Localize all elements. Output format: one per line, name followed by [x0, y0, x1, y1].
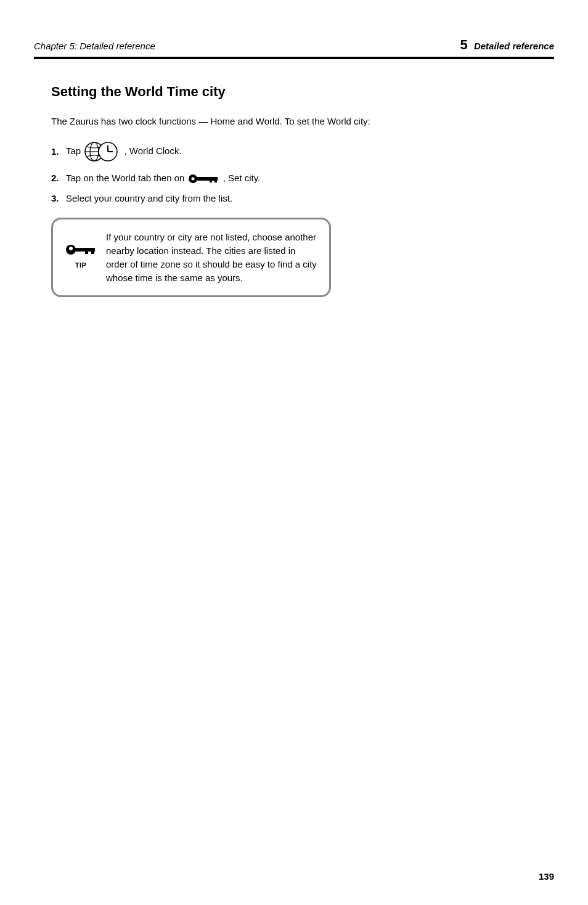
- tip-icon-column: TIP: [64, 231, 97, 269]
- svg-rect-9: [214, 180, 217, 182]
- step-2-text: Tap on the World tab then on , Set city.: [66, 171, 260, 186]
- step-1-after: , World Clock.: [125, 145, 182, 156]
- step-1-before: Tap: [66, 145, 83, 156]
- header-right: 5 Detailed reference: [460, 37, 555, 53]
- svg-point-12: [69, 247, 73, 250]
- step-3: 3. Select your country and city from the…: [51, 192, 554, 206]
- svg-rect-15: [85, 251, 88, 254]
- chapter-number: 5: [460, 37, 468, 52]
- svg-rect-8: [197, 177, 218, 181]
- svg-rect-14: [91, 251, 94, 254]
- step-2: 2. Tap on the World tab then on , Set ci…: [51, 171, 554, 186]
- svg-rect-10: [210, 180, 212, 182]
- section-heading: Setting the World Time city: [51, 84, 554, 100]
- step-3-number: 3.: [51, 192, 60, 206]
- section-intro: The Zaurus has two clock functions — Hom…: [51, 115, 554, 128]
- world-clock-icon: [83, 138, 121, 165]
- page-number: 139: [539, 871, 554, 882]
- step-3-text: Select your country and city from the li…: [66, 192, 232, 206]
- page-header: Chapter 5: Detailed reference 5 Detailed…: [34, 37, 554, 59]
- tip-text: If your country or city are not listed, …: [106, 231, 317, 284]
- header-left: Chapter 5: Detailed reference: [34, 41, 155, 51]
- key-icon: [187, 172, 221, 186]
- step-2-after: , Set city.: [223, 173, 261, 183]
- step-1-text: Tap , Wo: [66, 138, 182, 165]
- chapter-title-text: Detailed reference: [474, 41, 554, 51]
- svg-point-7: [191, 177, 194, 180]
- step-1: 1. Tap: [51, 138, 554, 165]
- document-page: Chapter 5: Detailed reference 5 Detailed…: [0, 0, 588, 905]
- tip-label: TIP: [75, 261, 87, 269]
- step-1-number: 1.: [51, 145, 60, 159]
- key-tip-icon: [64, 243, 97, 259]
- tip-box: TIP If your country or city are not list…: [51, 218, 331, 297]
- step-2-number: 2.: [51, 171, 60, 186]
- page-content: Setting the World Time city The Zaurus h…: [34, 84, 554, 297]
- step-2-before: Tap on the World tab then on: [66, 173, 187, 183]
